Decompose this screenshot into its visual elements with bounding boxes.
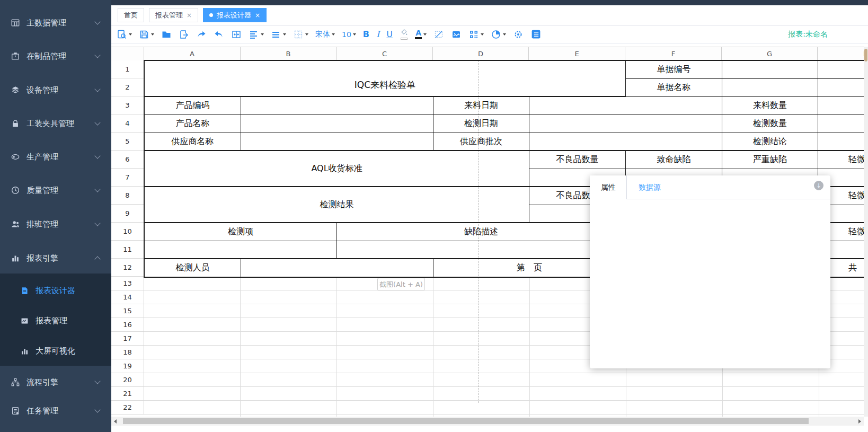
cell-item-label[interactable]: 检测项 bbox=[144, 223, 337, 241]
cell-incoming-qty-value[interactable] bbox=[818, 96, 868, 115]
sidebar-item-scheduling[interactable]: 排班管理 bbox=[0, 211, 111, 237]
export-button[interactable] bbox=[179, 29, 189, 40]
cell-doc-no-value2[interactable] bbox=[818, 60, 868, 79]
cell-inspector-value[interactable] bbox=[241, 259, 433, 277]
close-icon[interactable]: × bbox=[255, 12, 260, 19]
sidebar-item-master-data[interactable]: 主数据管理 bbox=[0, 10, 111, 36]
cell-serious-label[interactable]: 严重缺陷 bbox=[722, 151, 818, 169]
cell-incoming-date-label[interactable]: 来料日期 bbox=[433, 96, 529, 115]
cell-product-code-value[interactable] bbox=[241, 96, 433, 115]
cell-doc-name-label[interactable]: 单据名称 bbox=[625, 78, 722, 97]
tab-report-designer[interactable]: 报表设计器 × bbox=[203, 8, 267, 22]
row-header-17[interactable]: 17 bbox=[111, 332, 144, 346]
row-header-10[interactable]: 10 bbox=[111, 223, 144, 241]
cell-minor-label[interactable]: 轻微 bbox=[818, 151, 868, 169]
vertical-scrollbar-thumb[interactable] bbox=[864, 49, 867, 61]
cell-doc-no-label[interactable]: 单据编号 bbox=[625, 60, 722, 79]
cell-product-code-label[interactable]: 产品编码 bbox=[144, 96, 241, 115]
cell-doc-name-value[interactable] bbox=[722, 78, 818, 97]
font-family-select[interactable]: 宋体 bbox=[315, 30, 335, 39]
row-header-8[interactable]: 8 bbox=[111, 187, 144, 205]
column-header-G[interactable]: G bbox=[722, 47, 818, 61]
close-icon[interactable]: × bbox=[187, 12, 192, 19]
cell-incoming-qty-label[interactable]: 来料数量 bbox=[722, 96, 818, 115]
row-header-3[interactable]: 3 bbox=[111, 96, 144, 114]
row-header-11[interactable]: 11 bbox=[111, 241, 144, 259]
merge-cells-button[interactable] bbox=[231, 29, 242, 40]
tab-home[interactable]: 首页 bbox=[118, 8, 144, 22]
row-header-22[interactable]: 22 bbox=[111, 401, 144, 415]
sheet-corner[interactable] bbox=[111, 47, 144, 61]
redo-button[interactable] bbox=[196, 29, 207, 40]
open-button[interactable] bbox=[161, 29, 172, 40]
row-header-5[interactable]: 5 bbox=[111, 133, 144, 151]
cell-defect-desc-label[interactable]: 缺陷描述 bbox=[336, 223, 626, 241]
sidebar-item-tooling[interactable]: 工装夹具管理 bbox=[0, 111, 111, 136]
column-header-D[interactable]: D bbox=[433, 47, 529, 61]
sidebar-item-report-mgmt[interactable]: 报表管理 bbox=[0, 308, 111, 333]
cell-product-name-label[interactable]: 产品名称 bbox=[144, 114, 241, 133]
cell-defect-qty-label[interactable]: 不良品数量 bbox=[529, 151, 626, 169]
cell-inspector-label[interactable]: 检测人员 bbox=[144, 259, 241, 277]
row-header-7[interactable]: 7 bbox=[111, 169, 144, 187]
cell-supplier-name-label[interactable]: 供应商名称 bbox=[144, 133, 241, 151]
sidebar-item-process-engine[interactable]: 流程引擎 bbox=[0, 369, 111, 395]
row-header-6[interactable]: 6 bbox=[111, 151, 144, 169]
row-header-18[interactable]: 18 bbox=[111, 346, 144, 359]
save-button[interactable] bbox=[139, 29, 154, 40]
panel-tab-datasource[interactable]: 数据源 bbox=[627, 175, 672, 199]
sidebar-item-wip[interactable]: 在制品管理 bbox=[0, 43, 111, 69]
row-header-21[interactable]: 21 bbox=[111, 387, 144, 401]
cell-doc-no-value[interactable] bbox=[722, 60, 818, 79]
line-style-button[interactable] bbox=[271, 29, 286, 40]
vertical-scrollbar[interactable] bbox=[864, 47, 868, 417]
tab-report-mgmt[interactable]: 报表管理 × bbox=[149, 8, 198, 22]
settings-button[interactable] bbox=[513, 29, 524, 40]
row-header-20[interactable]: 20 bbox=[111, 373, 144, 387]
underline-button[interactable]: U bbox=[386, 29, 393, 39]
insert-image-button[interactable] bbox=[451, 29, 462, 40]
panel-toggle-button[interactable] bbox=[530, 29, 542, 40]
cell-inspect-qty-value[interactable] bbox=[818, 114, 868, 133]
row-header-1[interactable]: 1 bbox=[111, 60, 144, 78]
sidebar-item-report-engine[interactable]: 报表引擎 bbox=[0, 245, 111, 271]
row-header-2[interactable]: 2 bbox=[111, 78, 144, 96]
cell-aql-label[interactable]: AQL收货标准 bbox=[144, 151, 529, 187]
cell-row11[interactable] bbox=[336, 241, 626, 259]
font-size-select[interactable]: 10 bbox=[342, 30, 356, 39]
row-header-4[interactable]: 4 bbox=[111, 114, 144, 133]
cell-product-name-value[interactable] bbox=[241, 114, 433, 133]
row-header-15[interactable]: 15 bbox=[111, 304, 144, 318]
fill-color-button[interactable] bbox=[400, 29, 408, 40]
panel-tab-properties[interactable]: 属性 bbox=[590, 175, 627, 199]
font-color-button[interactable]: A bbox=[415, 29, 427, 39]
italic-button[interactable]: I bbox=[376, 29, 379, 39]
column-header-F[interactable]: F bbox=[625, 47, 722, 61]
cell-supplier-batch-label[interactable]: 供应商批次 bbox=[433, 133, 529, 151]
preview-button[interactable] bbox=[117, 29, 132, 40]
cell-inspect-date-value[interactable] bbox=[529, 114, 722, 133]
row-header-13[interactable]: 13 bbox=[111, 277, 144, 290]
column-header-E[interactable]: E bbox=[529, 47, 625, 61]
sidebar-item-task-mgmt[interactable]: 任务管理 bbox=[0, 398, 111, 424]
row-header-9[interactable]: 9 bbox=[111, 205, 144, 223]
cell-incoming-date-value[interactable] bbox=[529, 96, 722, 115]
column-header-H[interactable]: H bbox=[818, 47, 868, 61]
column-header-C[interactable]: C bbox=[336, 47, 433, 61]
cell-conclusion-label[interactable]: 检测结论 bbox=[722, 133, 818, 151]
sidebar-item-equipment[interactable]: 设备管理 bbox=[0, 77, 111, 103]
row-header-19[interactable]: 19 bbox=[111, 359, 144, 373]
align-button[interactable] bbox=[249, 29, 264, 40]
sidebar-item-quality[interactable]: 质量管理 bbox=[0, 178, 111, 203]
sidebar-item-big-screen[interactable]: 大屏可视化 bbox=[0, 339, 111, 363]
column-header-A[interactable]: A bbox=[144, 47, 241, 61]
bold-button[interactable]: B bbox=[363, 29, 369, 39]
cell-result-label[interactable]: 检测结果 bbox=[144, 187, 529, 223]
horizontal-scrollbar[interactable] bbox=[111, 417, 864, 426]
horizontal-scrollbar-thumb[interactable] bbox=[123, 418, 809, 424]
cell-doc-name-value2[interactable] bbox=[818, 78, 868, 97]
sidebar-item-production[interactable]: 生产管理 bbox=[0, 144, 111, 170]
undo-button[interactable] bbox=[214, 29, 224, 40]
remove-image-button[interactable] bbox=[433, 29, 444, 40]
scroll-right-arrow-icon[interactable] bbox=[858, 419, 861, 424]
